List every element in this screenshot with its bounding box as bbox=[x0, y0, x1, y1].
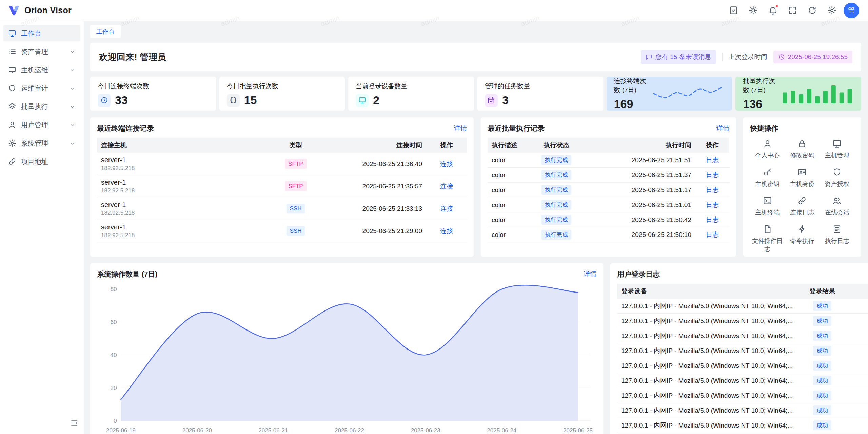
sidebar-item-label: 批量执行 bbox=[21, 102, 48, 111]
terminal-records-detail-link[interactable]: 详情 bbox=[454, 124, 467, 133]
sidebar-item-batch-exec[interactable]: 批量执行 bbox=[3, 98, 80, 115]
host-ip: 182.92.5.218 bbox=[101, 165, 263, 172]
table-row: color执行完成2025-06-25 21:51:51日志 bbox=[488, 153, 729, 168]
login-result-tag: 成功 bbox=[813, 420, 831, 430]
table-header-row: 登录设备登录结果登录时间 bbox=[617, 284, 868, 299]
idcard-icon bbox=[797, 168, 807, 177]
quick-action-shield[interactable]: 资产授权 bbox=[820, 168, 854, 188]
notifications-button[interactable] bbox=[765, 3, 781, 18]
login-time: 2025-04-03 01:36:58 bbox=[848, 362, 868, 370]
quick-action-link[interactable]: 连接日志 bbox=[785, 196, 820, 216]
quick-action-monitor[interactable]: 主机管理 bbox=[820, 139, 854, 159]
terminal-records-card: 最近终端连接记录 详情 连接主机类型连接时间操作server-1182.92.5… bbox=[90, 117, 474, 257]
sidebar-item-user-mgmt[interactable]: 用户管理 bbox=[3, 117, 80, 133]
connect-link[interactable]: 连接 bbox=[440, 204, 453, 213]
login-device: 127.0.0.1 - 内网IP - Mozilla/5.0 (Windows … bbox=[617, 302, 797, 310]
sidebar-item-project-link[interactable]: 项目地址 bbox=[3, 153, 80, 170]
sidebar-item-label: 工作台 bbox=[21, 29, 41, 38]
chevron-down-icon bbox=[69, 49, 76, 55]
login-device: 127.0.0.1 - 内网IP - Mozilla/5.0 (Windows … bbox=[617, 361, 797, 370]
theme-toggle-button[interactable] bbox=[745, 3, 761, 18]
breadcrumb[interactable]: 工作台 bbox=[90, 25, 121, 38]
quick-action-label: 主机身份 bbox=[790, 180, 814, 188]
stat-value: 33 bbox=[115, 94, 128, 107]
stat-label: 连接终端次数 (7日) bbox=[614, 77, 652, 94]
protocol-tag: SFTP bbox=[285, 159, 306, 169]
stat-label: 今日连接终端次数 bbox=[98, 82, 209, 91]
unread-messages-badge[interactable]: 您有 15 条未读消息 bbox=[641, 50, 716, 64]
sidebar-item-assets[interactable]: 资产管理 bbox=[3, 43, 80, 60]
sidebar-item-workbench[interactable]: 工作台 bbox=[3, 25, 80, 41]
table-row: 127.0.0.1 - 内网IP - Mozilla/5.0 (Windows … bbox=[617, 299, 868, 314]
stat-login-devices: 当前登录设备数量2 bbox=[348, 77, 474, 111]
sidebar-item-system-mgmt[interactable]: 系统管理 bbox=[3, 135, 80, 151]
stat-label: 批量执行次数 (7日) bbox=[743, 77, 781, 94]
exec-time: 2025-06-25 21:50:42 bbox=[590, 216, 695, 224]
connect-time: 2025-06-25 21:36:40 bbox=[324, 160, 426, 168]
table-row: server-1182.92.5.218SFTP2025-06-25 21:36… bbox=[97, 153, 467, 175]
connect-link[interactable]: 连接 bbox=[440, 182, 453, 191]
exec-desc: color bbox=[488, 201, 522, 209]
monitor-icon bbox=[358, 96, 366, 104]
quick-action-terminal[interactable]: 主机终端 bbox=[750, 196, 785, 216]
login-result-tag: 成功 bbox=[813, 361, 831, 371]
login-device: 127.0.0.1 - 内网IP - Mozilla/5.0 (Windows … bbox=[617, 406, 797, 415]
quick-action-label: 主机管理 bbox=[825, 151, 849, 159]
dashboard-icon bbox=[8, 29, 16, 37]
quick-action-label: 文件操作日志 bbox=[750, 237, 785, 253]
log-link[interactable]: 日志 bbox=[706, 230, 719, 239]
quick-action-user[interactable]: 个人中心 bbox=[750, 139, 785, 159]
quick-action-idcard[interactable]: 主机身份 bbox=[785, 168, 820, 188]
sidebar-item-ops-audit[interactable]: 运维审计 bbox=[3, 80, 80, 96]
link-icon bbox=[8, 157, 16, 166]
column-header: 连接主机 bbox=[97, 141, 267, 150]
log-link[interactable]: 日志 bbox=[706, 171, 719, 180]
log-link[interactable]: 日志 bbox=[706, 156, 719, 165]
svg-text:2025-06-25: 2025-06-25 bbox=[563, 427, 593, 434]
quick-action-users[interactable]: 在线会话 bbox=[820, 196, 854, 216]
table-row: 127.0.0.1 - 内网IP - Mozilla/5.0 (Windows … bbox=[617, 343, 868, 358]
quick-actions-card: 快捷操作 个人中心修改密码主机管理主机密钥主机身份资产授权主机终端连接日志在线会… bbox=[743, 117, 861, 257]
quick-action-lock[interactable]: 修改密码 bbox=[785, 139, 820, 159]
connect-link[interactable]: 连接 bbox=[440, 159, 453, 168]
batch-records-detail-link[interactable]: 详情 bbox=[716, 124, 729, 133]
log-link[interactable]: 日志 bbox=[706, 201, 719, 209]
system-chart-detail-link[interactable]: 详情 bbox=[584, 270, 596, 279]
logo-icon bbox=[7, 4, 20, 17]
settings-button[interactable] bbox=[824, 3, 840, 18]
column-header: 执行状态 bbox=[522, 141, 590, 150]
doc-icon bbox=[832, 225, 842, 234]
column-header: 类型 bbox=[267, 141, 324, 150]
quick-action-label: 执行日志 bbox=[825, 237, 849, 245]
column-header: 操作 bbox=[695, 141, 729, 150]
login-time: 2025-03-22 01:01:31 bbox=[848, 392, 868, 399]
divider bbox=[722, 53, 723, 61]
exec-time: 2025-06-25 21:51:51 bbox=[590, 156, 695, 164]
stat-batch-today: 今日批量执行次数{}15 bbox=[219, 77, 345, 111]
quick-action-key[interactable]: 主机密钥 bbox=[750, 168, 785, 188]
connect-link[interactable]: 连接 bbox=[440, 227, 453, 235]
user-avatar[interactable]: 管 bbox=[844, 3, 859, 18]
refresh-button[interactable] bbox=[804, 3, 820, 18]
quick-action-doc[interactable]: 执行日志 bbox=[820, 225, 854, 253]
docs-button[interactable] bbox=[726, 3, 741, 18]
login-result-tag: 成功 bbox=[813, 405, 831, 415]
svg-text:2025-06-19: 2025-06-19 bbox=[106, 427, 136, 434]
fullscreen-button[interactable] bbox=[785, 3, 800, 18]
log-link[interactable]: 日志 bbox=[706, 215, 719, 224]
collapse-sidebar-button[interactable] bbox=[68, 417, 80, 429]
quick-action-file[interactable]: 文件操作日志 bbox=[750, 225, 785, 253]
exec-desc: color bbox=[488, 156, 522, 164]
protocol-tag: SFTP bbox=[285, 181, 306, 191]
exec-desc: color bbox=[488, 231, 522, 239]
log-link[interactable]: 日志 bbox=[706, 186, 719, 194]
table-row: 127.0.0.1 - 内网IP - Mozilla/5.0 (Windows … bbox=[617, 373, 868, 388]
bolt-icon bbox=[797, 225, 807, 234]
login-result-tag: 成功 bbox=[813, 331, 831, 341]
column-header: 执行描述 bbox=[488, 141, 522, 150]
quick-action-bolt[interactable]: 命令执行 bbox=[785, 225, 820, 253]
login-time: 2025-06-06 15:54:26 bbox=[848, 332, 868, 340]
login-device: 127.0.0.1 - 内网IP - Mozilla/5.0 (Windows … bbox=[617, 376, 797, 385]
stat-value: 3 bbox=[502, 94, 509, 107]
sidebar-item-host-ops[interactable]: 主机运维 bbox=[3, 62, 80, 78]
